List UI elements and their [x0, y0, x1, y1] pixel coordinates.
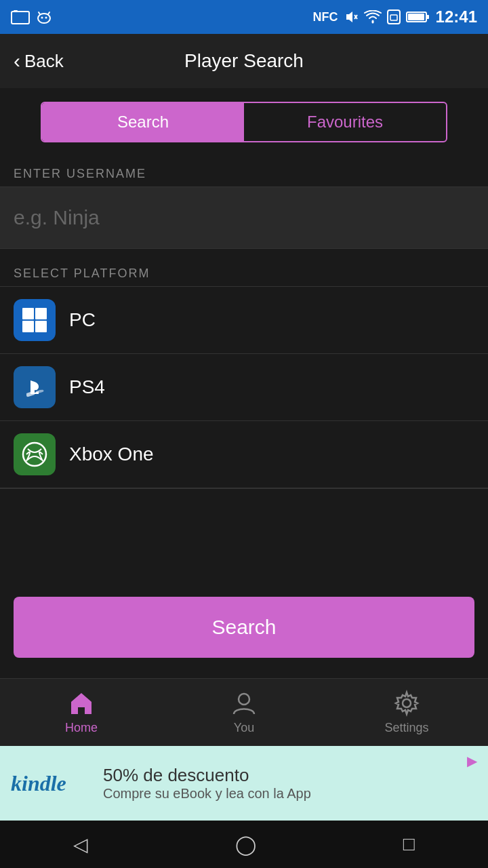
search-button[interactable]: Search [14, 597, 474, 658]
status-time: 12:41 [436, 7, 477, 26]
android-recents-icon[interactable]: □ [403, 833, 415, 855]
nfc-icon: NFC [313, 10, 338, 24]
status-bar: NFC 12:41 [0, 0, 488, 34]
svg-rect-11 [390, 15, 397, 20]
svg-rect-10 [388, 10, 400, 24]
svg-rect-17 [22, 321, 34, 332]
username-label: ENTER USERNAME [0, 156, 488, 186]
ad-text: 50% de descuento Compre su eBook y lea c… [103, 765, 311, 802]
header: ‹ Back Player Search [0, 34, 488, 88]
tab-search[interactable]: Search [42, 103, 244, 141]
divider-2 [0, 248, 488, 249]
ps4-icon-bg [14, 366, 56, 408]
pc-label: PC [69, 309, 96, 331]
android-back-icon[interactable]: ◁ [73, 833, 88, 856]
username-input-area[interactable] [0, 187, 488, 248]
nav-settings-label: Settings [384, 721, 428, 735]
back-arrow-icon: ‹ [14, 50, 20, 73]
home-icon [68, 690, 95, 717]
ad-logo: kindle [11, 771, 92, 796]
platform-label: SELECT PLATFORM [0, 256, 488, 286]
platform-item-xbox[interactable]: Xbox One [0, 421, 488, 488]
svg-rect-18 [35, 321, 47, 332]
mute-icon [344, 9, 359, 24]
android-home-icon[interactable]: ◯ [235, 833, 256, 856]
nav-home-label: Home [65, 721, 98, 735]
svg-rect-16 [35, 308, 47, 319]
svg-rect-1 [14, 10, 18, 12]
platform-section: SELECT PLATFORM PC PS4 [0, 256, 488, 489]
svg-point-2 [38, 14, 50, 23]
nav-you-label: You [234, 721, 254, 735]
divider-4 [0, 488, 488, 489]
svg-marker-7 [346, 12, 352, 22]
xbox-icon-bg [14, 433, 56, 475]
page-title: Player Search [184, 50, 304, 72]
android-nav-bar: ◁ ◯ □ [0, 821, 488, 868]
status-icons-left [11, 9, 52, 24]
svg-rect-14 [426, 15, 429, 19]
battery-icon [406, 10, 430, 24]
status-icons-right: NFC 12:41 [313, 7, 477, 26]
tab-bar: Search Favourites [41, 102, 447, 142]
ad-badge: ▶ [467, 753, 477, 769]
xbox-label: Xbox One [69, 443, 154, 465]
svg-point-20 [239, 694, 249, 705]
svg-line-4 [48, 12, 49, 14]
back-label: Back [24, 51, 64, 72]
sim-icon [387, 9, 401, 24]
back-button[interactable]: ‹ Back [14, 50, 64, 73]
svg-line-3 [39, 12, 40, 14]
you-icon [230, 690, 258, 717]
ad-title: 50% de descuento [103, 765, 311, 786]
svg-point-21 [403, 699, 411, 707]
wifi-icon [364, 10, 382, 24]
ad-subtitle: Compre su eBook y lea con la App [103, 786, 311, 802]
nav-you[interactable]: You [163, 679, 325, 746]
svg-rect-0 [12, 12, 29, 24]
bottom-nav: Home You Settings [0, 678, 488, 746]
svg-point-6 [45, 17, 47, 19]
platform-item-ps4[interactable]: PS4 [0, 354, 488, 421]
xbox-icon [21, 441, 48, 468]
svg-rect-15 [22, 308, 34, 319]
windows-icon [21, 307, 48, 334]
android-icon [37, 9, 52, 24]
svg-point-5 [41, 17, 43, 19]
screenshot-icon [11, 9, 30, 24]
nav-settings[interactable]: Settings [325, 679, 488, 746]
svg-rect-13 [408, 14, 424, 20]
tab-favourites[interactable]: Favourites [244, 103, 446, 141]
search-button-container: Search [0, 576, 488, 678]
pc-icon-bg [14, 299, 56, 341]
ad-banner[interactable]: kindle 50% de descuento Compre su eBook … [0, 746, 488, 821]
ps4-label: PS4 [69, 376, 105, 398]
playstation-icon [21, 374, 48, 401]
username-input[interactable] [14, 206, 474, 229]
settings-icon [393, 690, 420, 717]
platform-item-pc[interactable]: PC [0, 287, 488, 354]
nav-home[interactable]: Home [0, 679, 163, 746]
